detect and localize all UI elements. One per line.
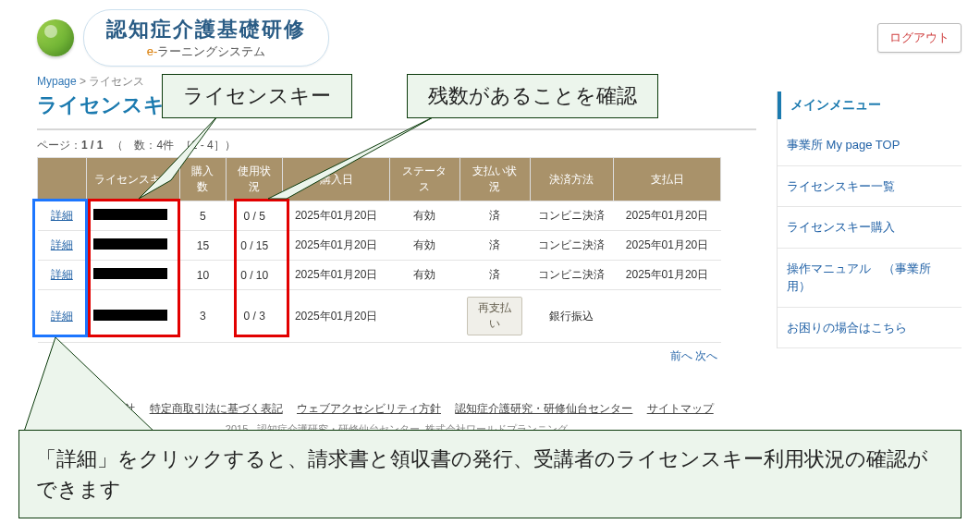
cell-purchase-date: 2025年01月20日 (283, 261, 390, 290)
breadcrumb-current: ライセンス (89, 75, 144, 88)
cell-pay-date (614, 290, 721, 343)
footer-link[interactable]: 特定商取引法に基づく表記 (150, 402, 283, 415)
th-qty: 購入数 (179, 158, 227, 201)
footer-link[interactable]: サイトマップ (647, 402, 714, 415)
site-subtitle: ラーニングシステム (157, 44, 265, 58)
annotation-callout-key: ライセンスキー (162, 74, 352, 118)
th-pay-date: 支払日 (614, 158, 721, 201)
annotation-callout-remain: 残数があることを確認 (407, 74, 658, 118)
cell-qty: 5 (179, 201, 227, 231)
cell-pay-method: コンビニ決済 (530, 261, 614, 290)
cell-qty: 10 (179, 261, 227, 290)
sidebar-item-mypage-top[interactable]: 事業所 My page TOP (778, 125, 962, 166)
highlight-key-column (88, 199, 180, 337)
cell-pay-method: コンビニ決済 (530, 231, 614, 261)
logo-text: 認知症介護基礎研修 e-ラーニングシステム (83, 9, 329, 67)
annotation-bigbox: 「詳細」をクリックすると、請求書と領収書の発行、受講者のライセンスキー利用状況の… (18, 430, 962, 518)
th-pay-status: 支払い状況 (459, 158, 530, 201)
cell-qty: 15 (179, 231, 227, 261)
pager-next[interactable]: 次へ (695, 349, 717, 362)
sidebar: メインメニュー 事業所 My page TOP ライセンスキー一覧 ライセンスキ… (777, 91, 962, 348)
site-title: 認知症介護基礎研修 (106, 16, 306, 43)
cell-pay-method: コンビニ決済 (530, 201, 614, 231)
sidebar-item-license-list[interactable]: ライセンスキー一覧 (778, 166, 962, 208)
cell-status (390, 290, 460, 343)
cell-pay-date: 2025年01月20日 (614, 201, 721, 231)
cell-purchase-date: 2025年01月20日 (283, 231, 390, 261)
cell-pay-status: 再支払い (459, 290, 530, 343)
highlight-detail-column (32, 199, 88, 337)
cell-pay-status: 済 (459, 231, 530, 261)
cell-pay-date: 2025年01月20日 (614, 261, 721, 290)
cell-purchase-date: 2025年01月20日 (283, 290, 390, 343)
sidebar-item-license-buy[interactable]: ライセンスキー購入 (778, 207, 962, 249)
breadcrumb-mypage[interactable]: Mypage (37, 75, 77, 88)
pager-prev[interactable]: 前へ (670, 349, 692, 362)
repay-button[interactable]: 再支払い (467, 297, 522, 335)
site-subtitle-accent: e- (147, 44, 158, 58)
cell-pay-date: 2025年01月20日 (614, 231, 721, 261)
th-detail (38, 158, 87, 201)
sidebar-heading: メインメニュー (778, 91, 962, 119)
cell-qty: 3 (179, 290, 227, 343)
cell-status: 有効 (390, 261, 460, 290)
cell-status: 有効 (390, 201, 460, 231)
th-purchase-date: 購入日 (283, 158, 390, 201)
header: 認知症介護基礎研修 e-ラーニングシステム ログアウト (37, 9, 962, 67)
highlight-usage-column (234, 199, 289, 337)
logo-icon (37, 19, 74, 56)
pager-summary: ページ：1 / 1 （ 数：4件 ［1 - 4］） (37, 138, 756, 153)
footer-link[interactable]: 認知症介護研究・研修仙台センター (455, 402, 632, 415)
footer-link[interactable]: 関する指針 (80, 402, 135, 415)
sidebar-item-manual[interactable]: 操作マニュアル （事業所用） (778, 249, 962, 308)
cell-pay-method: 銀行振込 (530, 290, 614, 343)
th-status: ステータス (390, 158, 460, 201)
th-usage: 使用状況 (227, 158, 283, 201)
cell-pay-status: 済 (459, 201, 530, 231)
cell-status: 有効 (390, 231, 460, 261)
cell-pay-status: 済 (459, 261, 530, 290)
sidebar-item-help[interactable]: お困りの場合はこちら (778, 308, 962, 349)
th-pay-method: 決済方法 (530, 158, 614, 201)
footer-link[interactable]: ウェブアクセシビリティ方針 (297, 402, 441, 415)
cell-purchase-date: 2025年01月20日 (283, 201, 390, 231)
logout-button[interactable]: ログアウト (877, 23, 962, 53)
th-key: ライセンスキー (86, 158, 179, 201)
footer-links: 関する指針 特定商取引法に基づく表記 ウェブアクセシビリティ方針 認知症介護研究… (37, 401, 756, 417)
